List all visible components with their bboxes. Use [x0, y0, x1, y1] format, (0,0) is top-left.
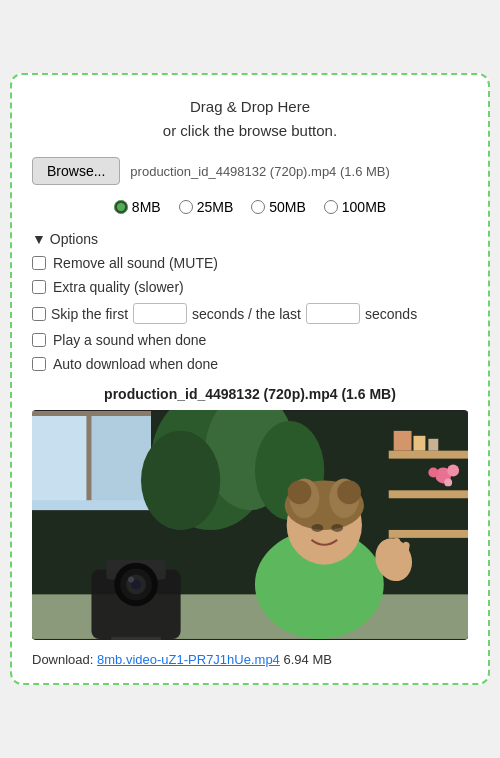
- skip-last-input[interactable]: [306, 303, 360, 324]
- svg-rect-5: [87, 411, 92, 500]
- option-remove-sound-label: Remove all sound (MUTE): [53, 255, 218, 271]
- drag-line1: Drag & Drop Here: [190, 98, 310, 115]
- size-option-100mb[interactable]: 100MB: [324, 199, 386, 215]
- size-option-50mb[interactable]: 50MB: [251, 199, 306, 215]
- svg-rect-13: [394, 431, 412, 451]
- skip-first-input[interactable]: [133, 303, 187, 324]
- size-label-50mb: 50MB: [269, 199, 306, 215]
- size-radio-25mb[interactable]: [179, 200, 193, 214]
- svg-point-26: [288, 480, 312, 504]
- video-preview: [32, 410, 468, 640]
- options-section: ▼ Options Remove all sound (MUTE) Extra …: [32, 231, 468, 372]
- download-label: Download:: [32, 652, 97, 667]
- svg-point-28: [311, 524, 323, 532]
- option-extra-quality-label: Extra quality (slower): [53, 279, 184, 295]
- svg-point-40: [128, 577, 134, 583]
- svg-rect-15: [428, 439, 438, 451]
- main-container: Drag & Drop Here or click the browse but…: [10, 73, 490, 685]
- option-auto-download: Auto download when done: [32, 356, 468, 372]
- skip-end-label: seconds: [365, 306, 417, 322]
- svg-rect-2: [32, 411, 87, 500]
- skip-separator-label: seconds / the last: [192, 306, 301, 322]
- svg-point-29: [331, 524, 343, 532]
- size-option-8mb[interactable]: 8MB: [114, 199, 161, 215]
- preview-title: production_id_4498132 (720p).mp4 (1.6 MB…: [32, 386, 468, 402]
- option-remove-sound: Remove all sound (MUTE): [32, 255, 468, 271]
- svg-point-17: [447, 465, 459, 477]
- svg-point-8: [141, 431, 220, 530]
- size-label-8mb: 8MB: [132, 199, 161, 215]
- size-label-100mb: 100MB: [342, 199, 386, 215]
- option-skip-row: Skip the first seconds / the last second…: [32, 303, 468, 324]
- checkbox-skip[interactable]: [32, 307, 46, 321]
- browse-row: Browse... production_id_4498132 (720p).m…: [32, 157, 468, 185]
- size-option-25mb[interactable]: 25MB: [179, 199, 234, 215]
- size-radio-50mb[interactable]: [251, 200, 265, 214]
- size-radio-8mb[interactable]: [114, 200, 128, 214]
- svg-point-27: [337, 480, 361, 504]
- checkbox-play-sound[interactable]: [32, 333, 46, 347]
- svg-rect-12: [389, 530, 468, 538]
- checkbox-auto-download[interactable]: [32, 357, 46, 371]
- checkbox-remove-sound[interactable]: [32, 256, 46, 270]
- svg-point-18: [428, 468, 438, 478]
- svg-point-19: [444, 478, 452, 486]
- option-extra-quality: Extra quality (slower): [32, 279, 468, 295]
- download-size: 6.94 MB: [280, 652, 332, 667]
- option-play-sound: Play a sound when done: [32, 332, 468, 348]
- svg-rect-11: [389, 490, 468, 498]
- svg-rect-3: [87, 411, 151, 500]
- video-preview-svg: [32, 410, 468, 640]
- options-header[interactable]: ▼ Options: [32, 231, 468, 247]
- drag-drop-area: Drag & Drop Here or click the browse but…: [32, 95, 468, 143]
- skip-first-label: Skip the first: [51, 306, 128, 322]
- download-row: Download: 8mb.video-uZ1-PR7J1hUe.mp4 6.9…: [32, 652, 468, 667]
- option-auto-download-label: Auto download when done: [53, 356, 218, 372]
- drag-line2: or click the browse button.: [163, 122, 337, 139]
- browse-button[interactable]: Browse...: [32, 157, 120, 185]
- size-label-25mb: 25MB: [197, 199, 234, 215]
- download-link[interactable]: 8mb.video-uZ1-PR7J1hUe.mp4: [97, 652, 280, 667]
- svg-rect-14: [414, 436, 426, 451]
- checkbox-extra-quality[interactable]: [32, 280, 46, 294]
- option-play-sound-label: Play a sound when done: [53, 332, 206, 348]
- size-radio-100mb[interactable]: [324, 200, 338, 214]
- file-name-label: production_id_4498132 (720p).mp4 (1.6 MB…: [130, 164, 389, 179]
- size-options: 8MB 25MB 50MB 100MB: [32, 199, 468, 215]
- drag-drop-text: Drag & Drop Here or click the browse but…: [32, 95, 468, 143]
- svg-rect-10: [389, 451, 468, 459]
